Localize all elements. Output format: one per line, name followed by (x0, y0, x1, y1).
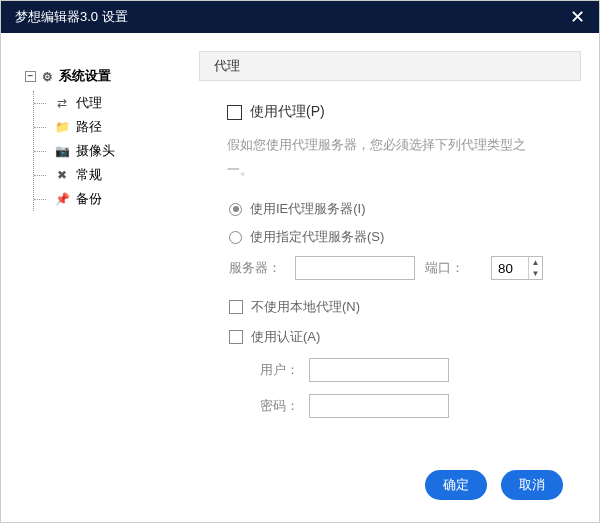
use-proxy-label: 使用代理(P) (250, 103, 325, 121)
tree-root-label: 系统设置 (59, 67, 111, 85)
port-input[interactable] (492, 257, 528, 279)
no-local-proxy-label: 不使用本地代理(N) (251, 298, 360, 316)
sidebar: − 系统设置 ⇄ 代理 📁 路径 📷 摄像头 ✖ 常规 📌 备 (19, 51, 199, 460)
window-title: 梦想编辑器3.0 设置 (15, 8, 128, 26)
footer: 确定 取消 (19, 460, 581, 510)
radio-ie-proxy[interactable] (229, 203, 242, 216)
proxy-description: 假如您使用代理服务器，您必须选择下列代理类型之一。 (227, 133, 537, 182)
ok-button[interactable]: 确定 (425, 470, 487, 500)
sidebar-item-label: 摄像头 (76, 142, 115, 160)
port-label: 端口： (425, 259, 481, 277)
radio-ie-label: 使用IE代理服务器(I) (250, 200, 366, 218)
cancel-button[interactable]: 取消 (501, 470, 563, 500)
sidebar-item-label: 路径 (76, 118, 102, 136)
panel-header: 代理 (199, 51, 581, 81)
tree-root[interactable]: − 系统设置 (19, 65, 199, 91)
port-stepper[interactable]: ▲ ▼ (491, 256, 543, 280)
server-input[interactable] (295, 256, 415, 280)
use-proxy-checkbox[interactable] (227, 105, 242, 120)
use-auth-checkbox[interactable] (229, 330, 243, 344)
sidebar-item-label: 常规 (76, 166, 102, 184)
close-icon: ✕ (570, 6, 585, 28)
password-input[interactable] (309, 394, 449, 418)
proxy-icon: ⇄ (54, 96, 70, 110)
collapse-icon[interactable]: − (25, 71, 36, 82)
password-label: 密码： (257, 397, 299, 415)
content-panel: 代理 使用代理(P) 假如您使用代理服务器，您必须选择下列代理类型之一。 使用I… (199, 51, 581, 460)
sidebar-item-label: 代理 (76, 94, 102, 112)
gear-icon (42, 69, 53, 84)
sidebar-item-path[interactable]: 📁 路径 (34, 115, 199, 139)
user-label: 用户： (257, 361, 299, 379)
radio-custom-proxy[interactable] (229, 231, 242, 244)
sidebar-item-general[interactable]: ✖ 常规 (34, 163, 199, 187)
sidebar-item-backup[interactable]: 📌 备份 (34, 187, 199, 211)
close-button[interactable]: ✕ (555, 1, 599, 33)
pin-icon: 📌 (54, 192, 70, 206)
sidebar-item-label: 备份 (76, 190, 102, 208)
folder-icon: 📁 (54, 120, 70, 134)
server-label: 服务器： (229, 259, 285, 277)
use-auth-label: 使用认证(A) (251, 328, 320, 346)
titlebar: 梦想编辑器3.0 设置 ✕ (1, 1, 599, 33)
camera-icon: 📷 (54, 144, 70, 158)
user-input[interactable] (309, 358, 449, 382)
port-up-icon[interactable]: ▲ (529, 257, 542, 268)
port-down-icon[interactable]: ▼ (529, 268, 542, 279)
sidebar-item-camera[interactable]: 📷 摄像头 (34, 139, 199, 163)
general-icon: ✖ (54, 168, 70, 182)
sidebar-item-proxy[interactable]: ⇄ 代理 (34, 91, 199, 115)
no-local-proxy-checkbox[interactable] (229, 300, 243, 314)
radio-custom-label: 使用指定代理服务器(S) (250, 228, 384, 246)
